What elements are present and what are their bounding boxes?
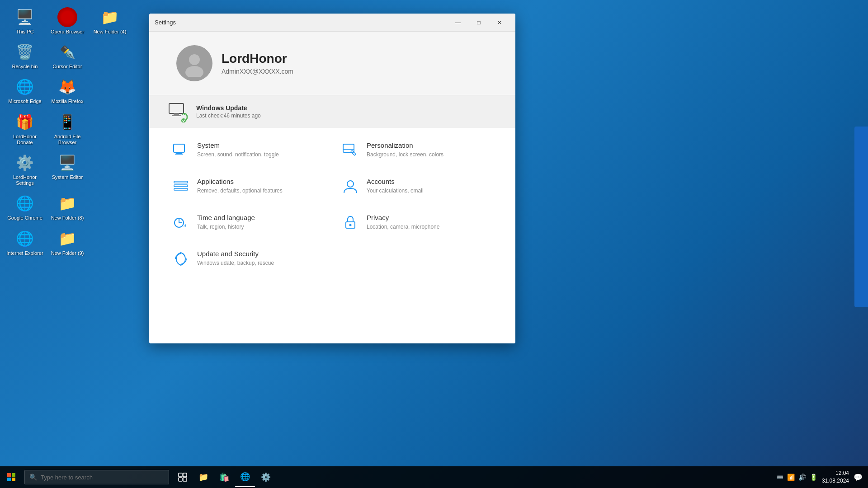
applications-icon — [172, 178, 190, 196]
taskbar-notification-icon[interactable]: 💬 — [854, 473, 863, 482]
taskbar-store[interactable]: 🛍️ — [214, 467, 234, 487]
taskbar-clock[interactable]: 12:04 31.08.2024 — [822, 469, 849, 485]
taskbar-right: ⌨️ 📶 🔊 🔋 12:04 31.08.2024 💬 — [777, 469, 868, 485]
user-email: AdminXXX@XXXXX.com — [222, 68, 293, 75]
recycle-bin-label: Recycle bin — [12, 64, 38, 70]
svg-rect-3 — [174, 113, 179, 115]
new-folder-8-label: New Folder (8) — [51, 215, 84, 221]
microsoft-edge-icon: 🌐 — [15, 77, 35, 97]
right-panel — [854, 127, 868, 307]
icon-row-6: 🌐 Internet Explorer 📁 New Folder (9) — [5, 226, 130, 259]
search-input[interactable] — [41, 474, 164, 481]
desktop-icon-new-folder-9[interactable]: 📁 New Folder (9) — [47, 226, 88, 259]
update-subtitle: Last check:46 minutes ago — [196, 113, 261, 119]
svg-rect-12 — [174, 181, 188, 183]
settings-item-time-language[interactable]: A Time and language Talk, region, histor… — [163, 205, 332, 241]
icon-row-5: 🌐 Google Chrome 📁 New Folder (8) — [5, 191, 130, 224]
this-pc-label: This PC — [16, 29, 33, 35]
user-info: LordHonor AdminXXX@XXXXX.com — [222, 52, 293, 75]
user-avatar — [176, 45, 212, 81]
svg-rect-25 — [183, 473, 187, 477]
desktop-icon-microsoft-edge[interactable]: 🌐 Microsoft Edge — [5, 74, 45, 107]
applications-desc: Remove, defaults, optional features — [197, 187, 283, 195]
svg-rect-14 — [174, 188, 188, 190]
desktop-icon-android-file-browser[interactable]: 📱 Android File Browser — [47, 109, 88, 148]
new-folder-9-label: New Folder (9) — [51, 250, 84, 256]
microsoft-edge-label: Microsoft Edge — [8, 99, 41, 104]
taskbar: 🔍 📁 🛍️ 🌐 ⚙️ — [0, 466, 868, 488]
taskbar-battery-icon: 🔋 — [810, 474, 817, 481]
close-button[interactable]: ✕ — [489, 15, 510, 30]
settings-item-applications[interactable]: Applications Remove, defaults, optional … — [163, 169, 332, 205]
desktop-icon-system-editor[interactable]: 🖥️ System Editor — [47, 150, 88, 189]
settings-item-privacy[interactable]: Privacy Location, camera, microphone — [332, 205, 502, 241]
system-desc: Screen, sound, notification, toggle — [197, 151, 279, 159]
desktop-icon-lordhonor-donate[interactable]: 🎁 LordHonor Donate — [5, 109, 45, 148]
taskbar-wifi-icon[interactable]: 📶 — [787, 474, 795, 481]
desktop-icon-new-folder-4[interactable]: 📁 New Folder (4) — [90, 5, 130, 38]
user-row: LordHonor AdminXXX@XXXXX.com — [176, 45, 293, 81]
svg-point-5 — [181, 118, 186, 122]
new-folder-4-icon: 📁 — [100, 7, 120, 27]
cursor-editor-label: Cursor Editor — [53, 64, 82, 70]
desktop-icon-internet-explorer[interactable]: 🌐 Internet Explorer — [5, 226, 45, 259]
start-button[interactable] — [0, 466, 23, 488]
icon-row-2: 🌐 Microsoft Edge 🦊 Mozilla Firefox — [5, 74, 130, 107]
update-info: Windows Update Last check:46 minutes ago — [196, 104, 261, 119]
svg-rect-8 — [175, 154, 183, 155]
this-pc-icon: 🖥️ — [15, 7, 35, 27]
svg-rect-13 — [174, 185, 188, 187]
desktop-icon-cursor-editor[interactable]: ✒️ Cursor Editor — [47, 39, 88, 72]
icon-row-1: 🗑️ Recycle bin ✒️ Cursor Editor — [5, 39, 130, 72]
accounts-desc: Your calculations, email — [367, 187, 424, 195]
privacy-item-text: Privacy Location, camera, microphone — [367, 214, 439, 231]
desktop: 🖥️ This PC Opera Browser 📁 New Folder (4… — [0, 0, 868, 488]
desktop-icon-recycle-bin[interactable]: 🗑️ Recycle bin — [5, 39, 45, 72]
settings-item-personalization[interactable]: Personalization Background, lock screen,… — [332, 132, 502, 169]
svg-rect-20 — [7, 473, 11, 477]
google-chrome-label: Google Chrome — [7, 215, 42, 221]
system-title: System — [197, 141, 279, 149]
desktop-icon-this-pc[interactable]: 🖥️ This PC — [5, 5, 45, 38]
time-language-item-text: Time and language Talk, region, history — [197, 214, 255, 231]
settings-grid: System Screen, sound, notification, togg… — [149, 128, 515, 282]
personalization-title: Personalization — [367, 141, 443, 149]
svg-rect-22 — [7, 478, 11, 481]
mozilla-firefox-icon: 🦊 — [57, 77, 77, 97]
svg-point-15 — [347, 181, 354, 187]
new-folder-8-icon: 📁 — [57, 193, 77, 213]
time-language-title: Time and language — [197, 214, 255, 221]
desktop-icon-google-chrome[interactable]: 🌐 Google Chrome — [5, 191, 45, 224]
maximize-button[interactable]: □ — [468, 15, 489, 30]
taskbar-file-explorer[interactable]: 📁 — [193, 467, 213, 487]
user-profile-section: LordHonor AdminXXX@XXXXX.com — [149, 32, 515, 95]
desktop-icon-opera-browser[interactable]: Opera Browser — [47, 5, 88, 38]
applications-item-text: Applications Remove, defaults, optional … — [197, 178, 283, 195]
svg-point-0 — [189, 54, 200, 65]
taskbar-volume-icon[interactable]: 🔊 — [798, 474, 806, 481]
privacy-desc: Location, camera, microphone — [367, 223, 439, 231]
update-banner[interactable]: Windows Update Last check:46 minutes ago — [149, 95, 515, 128]
desktop-icon-new-folder-8[interactable]: 📁 New Folder (8) — [47, 191, 88, 224]
taskbar-task-view[interactable] — [173, 467, 193, 487]
taskbar-keyboard-icon: ⌨️ — [777, 474, 783, 480]
taskbar-search-box[interactable]: 🔍 — [24, 470, 169, 484]
lordhonor-settings-label: LordHonor Settings — [6, 174, 43, 186]
internet-explorer-icon: 🌐 — [15, 229, 35, 249]
personalization-desc: Background, lock screen, colors — [367, 151, 443, 159]
settings-item-update-security[interactable]: Update and Security Windows udate, backu… — [163, 241, 332, 277]
taskbar-settings-app[interactable]: ⚙️ — [256, 467, 276, 487]
svg-point-1 — [185, 66, 203, 77]
settings-item-system[interactable]: System Screen, sound, notification, togg… — [163, 132, 332, 169]
desktop-icon-mozilla-firefox[interactable]: 🦊 Mozilla Firefox — [47, 74, 88, 107]
internet-explorer-label: Internet Explorer — [6, 250, 43, 256]
privacy-title: Privacy — [367, 214, 439, 221]
accounts-icon — [341, 178, 359, 196]
icon-row-3: 🎁 LordHonor Donate 📱 Android File Browse… — [5, 109, 130, 148]
window-title: Settings — [155, 19, 448, 26]
taskbar-edge-browser[interactable]: 🌐 — [235, 467, 255, 487]
settings-item-accounts[interactable]: Accounts Your calculations, email — [332, 169, 502, 205]
desktop-icon-lordhonor-settings[interactable]: ⚙️ LordHonor Settings — [5, 150, 45, 189]
android-file-browser-icon: 📱 — [57, 112, 77, 132]
minimize-button[interactable]: — — [448, 15, 468, 30]
